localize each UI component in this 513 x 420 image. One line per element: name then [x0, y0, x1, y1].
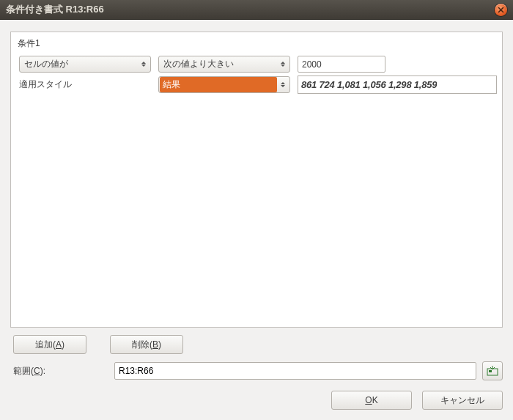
- apply-style-combo[interactable]: 結果: [158, 76, 290, 93]
- cancel-button[interactable]: キャンセル: [422, 391, 503, 410]
- conditions-list: 条件1 セルの値が 次の値より大きい 適用スタイル 結果: [10, 32, 503, 328]
- range-label: 範囲(C):: [13, 365, 108, 377]
- add-button[interactable]: 追加(A): [13, 335, 86, 354]
- dialog-body: 条件1 セルの値が 次の値より大きい 適用スタイル 結果: [0, 20, 513, 420]
- apply-style-label: 適用スタイル: [19, 78, 151, 91]
- style-preview: 861 724 1,081 1,056 1,298 1,859: [298, 75, 497, 94]
- ok-button[interactable]: OK: [331, 391, 412, 410]
- condition-value-input[interactable]: [298, 56, 385, 73]
- chevron-updown-icon: [139, 56, 149, 72]
- apply-style-text: 結果: [160, 77, 277, 92]
- condition-operator-combo[interactable]: 次の値より大きい: [158, 56, 290, 73]
- close-icon[interactable]: [495, 4, 507, 16]
- dialog-window: 条件付き書式 R13:R66 条件1 セルの値が 次の値より大きい: [0, 0, 513, 420]
- chevron-updown-icon: [278, 56, 288, 72]
- condition-title: 条件1: [16, 36, 497, 53]
- dialog-footer: OK キャンセル: [10, 391, 503, 410]
- chevron-updown-icon: [278, 77, 288, 92]
- list-buttons: 追加(A) 削除(B): [13, 335, 503, 354]
- condition-row-2: 適用スタイル 結果 861 724 1,081 1,056 1,298 1,85…: [19, 75, 497, 94]
- shrink-range-button[interactable]: [482, 361, 503, 380]
- style-preview-text: 861 724 1,081 1,056 1,298 1,859: [301, 79, 437, 90]
- shrink-icon: [487, 366, 498, 376]
- condition-row-1: セルの値が 次の値より大きい: [19, 56, 497, 73]
- condition-operator-text: 次の値より大きい: [159, 58, 289, 70]
- condition-group-1[interactable]: 条件1 セルの値が 次の値より大きい 適用スタイル 結果: [11, 32, 502, 100]
- range-input[interactable]: [114, 362, 476, 380]
- condition-mode-combo[interactable]: セルの値が: [19, 56, 151, 73]
- range-row: 範囲(C):: [13, 361, 503, 380]
- window-title: 条件付き書式 R13:R66: [6, 3, 495, 16]
- svg-rect-1: [489, 370, 492, 372]
- delete-button[interactable]: 削除(B): [110, 335, 183, 354]
- titlebar: 条件付き書式 R13:R66: [0, 0, 513, 20]
- condition-mode-text: セルの値が: [20, 58, 150, 70]
